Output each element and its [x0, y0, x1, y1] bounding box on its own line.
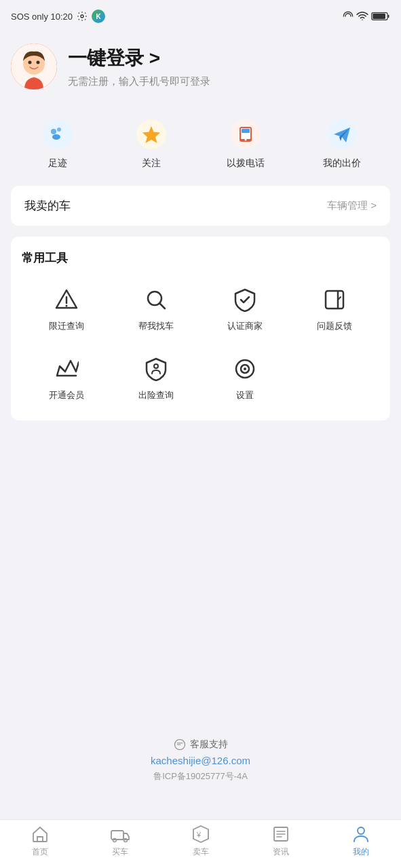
nfc-icon: [343, 11, 354, 22]
footer-icp: 鲁ICP备19025777号-4A: [153, 770, 248, 783]
tool-feedback[interactable]: 问题反馈: [290, 279, 379, 338]
truck-icon: [111, 825, 130, 844]
sell-car-title: 我卖的车: [24, 198, 71, 214]
tools-row-2: 开通会员 出险查询: [22, 349, 379, 407]
call-icon: [228, 117, 263, 152]
wifi-icon: [356, 11, 368, 22]
nav-news-label: 资讯: [273, 846, 289, 858]
nav-news[interactable]: 资讯: [241, 825, 321, 858]
search-icon: [141, 285, 171, 315]
follow-icon: [134, 117, 169, 152]
nav-buy[interactable]: 买车: [80, 825, 160, 858]
svg-point-27: [244, 368, 246, 370]
svg-point-31: [124, 839, 128, 842]
svg-line-22: [159, 303, 165, 309]
bottom-spacer: [11, 800, 390, 811]
avatar-image: [11, 43, 57, 90]
tools-title: 常用工具: [22, 250, 379, 266]
nav-home-label: 首页: [32, 846, 48, 858]
settings-icon: [77, 11, 88, 22]
nav-sell[interactable]: ¥ 卖车: [160, 825, 240, 858]
person-icon: [351, 825, 370, 844]
tool-merchant[interactable]: 认证商家: [201, 279, 290, 338]
tool-insurance[interactable]: 出险查询: [111, 349, 201, 407]
status-left: SOS only 10:20 K: [11, 9, 105, 23]
avatar: [11, 43, 57, 90]
svg-point-6: [37, 61, 40, 64]
news-icon: [271, 825, 290, 844]
warning-icon: [52, 285, 81, 315]
footprint-icon: [40, 117, 75, 152]
yuan-icon: ¥: [191, 825, 210, 844]
svg-point-17: [245, 139, 247, 141]
svg-rect-23: [326, 291, 343, 309]
app-logo: K: [92, 9, 105, 23]
sell-car-card: 我卖的车 车辆管理 >: [11, 186, 390, 226]
settings-label: 设置: [236, 389, 254, 401]
svg-rect-16: [242, 129, 250, 133]
crown-icon: [52, 354, 81, 384]
home-icon: [31, 825, 50, 844]
status-right: [343, 11, 390, 22]
quick-menu: 足迹 关注: [11, 106, 390, 175]
profile-info: 一键登录 > 无需注册，输入手机号即可登录: [68, 45, 210, 88]
svg-point-24: [154, 364, 158, 368]
battery-icon: [371, 11, 390, 22]
quick-item-call[interactable]: 以拨电话: [227, 117, 265, 170]
follow-label: 关注: [142, 157, 161, 170]
support-label: 客服支持: [190, 738, 228, 751]
target-icon: [230, 354, 260, 384]
nav-home[interactable]: 首页: [0, 825, 80, 858]
svg-point-5: [28, 61, 32, 64]
svg-point-10: [52, 134, 60, 140]
mybid-label: 我的出价: [323, 157, 361, 170]
svg-text:¥: ¥: [196, 831, 202, 839]
svg-point-38: [358, 827, 364, 834]
nav-buy-label: 买车: [112, 846, 128, 858]
spacer: [11, 431, 390, 714]
nav-sell-label: 卖车: [193, 846, 209, 858]
tool-findcar[interactable]: 帮我找车: [111, 279, 201, 338]
footer-support: 客服支持: [174, 738, 228, 751]
status-text: SOS only 10:20: [11, 12, 73, 22]
login-title[interactable]: 一键登录 >: [68, 45, 210, 71]
footer-info: 客服支持 kacheshijie@126.com 鲁ICP备19025777号-…: [11, 725, 390, 789]
tool-settings[interactable]: 设置: [201, 349, 290, 407]
mail-icon: [174, 738, 186, 751]
svg-point-8: [51, 129, 56, 134]
mybid-icon: [324, 117, 360, 152]
merchant-label: 认证商家: [227, 320, 263, 332]
quick-item-mybid[interactable]: 我的出价: [323, 117, 361, 170]
footprint-label: 足迹: [48, 157, 67, 170]
main-content: 一键登录 > 无需注册，输入手机号即可登录 足迹: [0, 30, 401, 819]
footer-email[interactable]: kacheshijie@126.com: [151, 755, 250, 766]
svg-point-20: [65, 305, 67, 307]
tools-card: 常用工具 限迁查询: [11, 237, 390, 420]
insurance-label: 出险查询: [138, 389, 174, 401]
shield-check-icon: [230, 285, 260, 315]
tools-row-1: 限迁查询 帮我找车: [22, 279, 379, 338]
feedback-label: 问题反馈: [317, 320, 352, 332]
svg-point-7: [43, 119, 73, 149]
quick-item-follow[interactable]: 关注: [134, 117, 169, 170]
sell-car-action[interactable]: 车辆管理 >: [327, 199, 377, 212]
nav-mine[interactable]: 我的: [321, 825, 401, 858]
call-label: 以拨电话: [227, 157, 265, 170]
profile-section[interactable]: 一键登录 > 无需注册，输入手机号即可登录: [11, 38, 390, 95]
sell-car-row[interactable]: 我卖的车 车辆管理 >: [24, 198, 377, 214]
shield-person-icon: [141, 354, 171, 384]
status-bar: SOS only 10:20 K: [0, 0, 401, 30]
svg-point-30: [113, 839, 117, 842]
svg-point-0: [81, 15, 83, 18]
nav-mine-label: 我的: [353, 846, 369, 858]
svg-rect-2: [373, 14, 385, 19]
svg-point-9: [57, 127, 61, 132]
restriction-label: 限迁查询: [49, 320, 84, 332]
vip-label: 开通会员: [49, 389, 84, 401]
tool-vip[interactable]: 开通会员: [22, 349, 111, 407]
quick-item-footprint[interactable]: 足迹: [40, 117, 75, 170]
findcar-label: 帮我找车: [138, 320, 174, 332]
login-subtitle: 无需注册，输入手机号即可登录: [68, 75, 210, 88]
tool-restriction[interactable]: 限迁查询: [22, 279, 111, 338]
bottom-nav: 首页 买车 ¥ 卖车: [0, 819, 401, 868]
